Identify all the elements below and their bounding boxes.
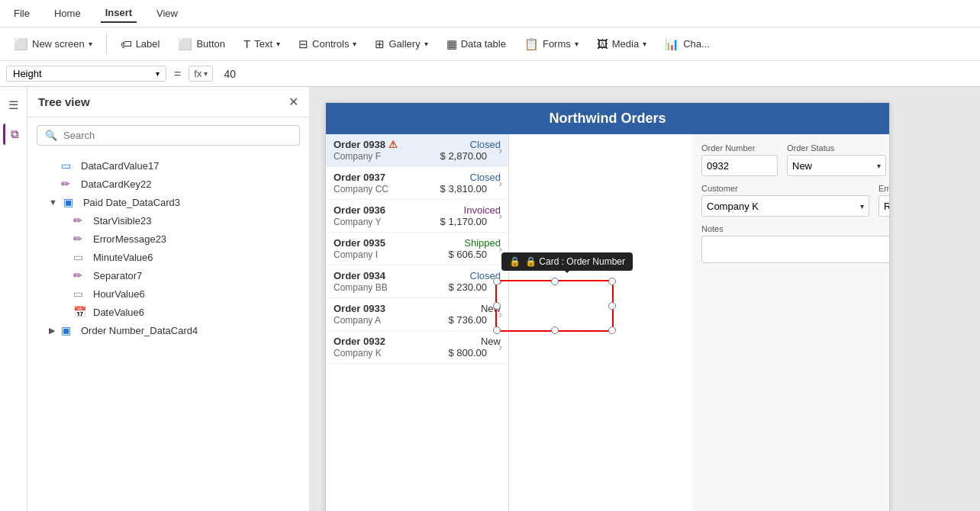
gallery-icon: ⊞	[375, 37, 385, 51]
property-dropdown[interactable]: Height ▾	[6, 66, 166, 82]
order-id: Order 0933	[334, 303, 385, 314]
app-canvas: Northwind Orders Order 0938⚠ Closed Comp…	[325, 102, 890, 511]
menu-home[interactable]: Home	[50, 5, 85, 22]
label-button[interactable]: 🏷 Label	[113, 34, 168, 54]
handle-top-right[interactable]	[608, 278, 616, 285]
app-header: Northwind Orders	[326, 103, 889, 134]
employee-label: Employee	[878, 184, 889, 193]
notes-field: Notes	[701, 224, 880, 263]
customer-select[interactable]: Company K ▾	[701, 195, 869, 217]
card-icon: ▣	[61, 324, 75, 336]
order-amount: $ 736.00	[448, 314, 487, 326]
order-company: Company F	[334, 151, 381, 162]
formula-bar: Height ▾ = fx ▾ 40	[0, 61, 980, 87]
menu-view[interactable]: View	[152, 5, 182, 22]
main-layout: ☰ ⧉ Tree view ✕ 🔍 ▭ DataCardValue17 ✏ Da…	[0, 87, 980, 511]
menu-file[interactable]: File	[9, 5, 34, 22]
property-dropdown-arrow: ▾	[156, 69, 160, 78]
search-icon: 🔍	[45, 130, 57, 141]
tree-title: Tree view	[38, 95, 90, 108]
order-status: Closed	[470, 172, 501, 183]
selection-overlay[interactable]	[495, 280, 614, 332]
handle-top-center[interactable]	[551, 278, 559, 285]
order-item-0934[interactable]: Order 0934 Closed Company BB $ 230.00 ›	[326, 265, 508, 298]
order-item-0937[interactable]: Order 0937 Closed Company CC $ 3,810.00 …	[326, 167, 508, 200]
fx-button[interactable]: fx ▾	[189, 66, 213, 82]
text-arrow: ▾	[276, 40, 280, 48]
tree-item-label: HourValue6	[93, 288, 145, 300]
employee-select[interactable]: Rossi ▾	[878, 195, 889, 217]
button-button[interactable]: ⬜ Button	[170, 34, 233, 55]
forms-button[interactable]: 📋 Forms ▾	[517, 34, 586, 55]
order-number-field: Order Number	[701, 143, 778, 176]
handle-top-left[interactable]	[493, 278, 501, 285]
controls-icon: ⊟	[298, 37, 308, 51]
handle-mid-left[interactable]	[493, 302, 501, 310]
rect-icon: ▭	[73, 251, 87, 263]
handle-bottom-left[interactable]	[493, 326, 501, 334]
card-icon: ▣	[63, 196, 77, 208]
tree-item-OrderNumber[interactable]: ▶ ▣ Order Number_DataCard4	[27, 321, 309, 339]
order-amount: $ 1,170.00	[440, 216, 487, 227]
new-screen-arrow: ▾	[89, 40, 92, 48]
orders-list[interactable]: Order 0938⚠ Closed Company F $ 2,870.00 …	[326, 134, 509, 511]
tree-header: Tree view ✕	[27, 87, 309, 117]
media-arrow: ▾	[643, 40, 646, 48]
order-status-value: New	[792, 160, 812, 172]
order-item-0935[interactable]: Order 0935 Shipped Company I $ 606.50 ›	[326, 233, 508, 265]
order-amount: $ 230.00	[448, 281, 487, 293]
charts-button[interactable]: 📊 Cha...	[657, 34, 717, 55]
menu-insert[interactable]: Insert	[101, 4, 137, 23]
order-status-select[interactable]: New ▾	[787, 155, 886, 176]
new-screen-button[interactable]: ⬜ New screen ▾	[6, 34, 100, 55]
text-button[interactable]: T Text ▾	[236, 34, 288, 54]
order-item-0932[interactable]: Order 0932 New Company K $ 800.00 ›	[326, 331, 508, 364]
tree-item-label: Paid Date_DataCard3	[83, 197, 180, 208]
sidebar-menu-icon[interactable]: ☰	[3, 95, 24, 116]
tree-item-label: Separator7	[93, 270, 142, 281]
customer-label: Customer	[701, 184, 869, 193]
tree-item-StarVisible23[interactable]: ✏ StarVisible23	[27, 211, 309, 230]
media-button[interactable]: 🖼 Media ▾	[589, 34, 654, 54]
tree-item-DateValue6[interactable]: 📅 DateValue6	[27, 303, 309, 321]
handle-bottom-right[interactable]	[608, 326, 616, 334]
tree-item-HourValue6[interactable]: ▭ HourValue6	[27, 284, 309, 303]
tree-item-PaidDate[interactable]: ▼ ▣ Paid Date_DataCard3	[27, 193, 309, 211]
notes-label: Notes	[701, 224, 880, 233]
customer-field: Customer Company K ▾	[701, 184, 869, 217]
tree-item-DataCardKey22[interactable]: ✏ DataCardKey22	[27, 175, 309, 193]
tree-item-MinuteValue6[interactable]: ▭ MinuteValue6	[27, 248, 309, 266]
handle-bottom-center[interactable]	[551, 326, 559, 334]
gallery-button[interactable]: ⊞ Gallery ▾	[367, 34, 435, 55]
menu-bar: File Home Insert View	[0, 0, 980, 27]
tree-item-DataCardValue17[interactable]: ▭ DataCardValue17	[27, 156, 309, 175]
chevron-icon: ›	[498, 210, 502, 222]
sidebar-layers-icon[interactable]: ⧉	[3, 124, 24, 145]
order-item-0933[interactable]: Order 0933 New Company A $ 736.00 ›	[326, 298, 508, 331]
expand-arrow: ▼	[49, 198, 57, 207]
order-id: Order 0936	[334, 204, 385, 216]
order-company: Company I	[334, 249, 378, 260]
order-number-input[interactable]	[701, 155, 778, 176]
pencil-icon: ✏	[73, 233, 87, 245]
order-item-0938[interactable]: Order 0938⚠ Closed Company F $ 2,870.00 …	[326, 134, 508, 167]
order-item-0936[interactable]: Order 0936 Invoiced Company Y $ 1,170.00…	[326, 200, 508, 233]
notes-input[interactable]	[701, 236, 889, 263]
app-title: Northwind Orders	[549, 111, 666, 126]
tree-close-button[interactable]: ✕	[289, 95, 298, 109]
expand-arrow: ▶	[49, 326, 55, 336]
tree-items: ▭ DataCardValue17 ✏ DataCardKey22 ▼ ▣ Pa…	[27, 153, 309, 511]
order-id: Order 0937	[334, 172, 385, 183]
search-input[interactable]	[63, 130, 292, 141]
textbox-icon: ▭	[61, 159, 75, 172]
controls-button[interactable]: ⊟ Controls ▾	[291, 34, 364, 55]
data-table-button[interactable]: ▦ Data table	[439, 34, 514, 55]
tree-search-box[interactable]: 🔍	[37, 125, 300, 146]
order-status: Closed	[470, 139, 501, 150]
card-tooltip-text: 🔒 Card : Order Number	[525, 256, 625, 267]
tree-item-Separator7[interactable]: ✏ Separator7	[27, 266, 309, 284]
tree-item-ErrorMessage23[interactable]: ✏ ErrorMessage23	[27, 230, 309, 248]
pencil-icon: ✏	[73, 269, 87, 281]
handle-mid-right[interactable]	[608, 302, 616, 310]
chevron-icon: ›	[498, 177, 502, 189]
